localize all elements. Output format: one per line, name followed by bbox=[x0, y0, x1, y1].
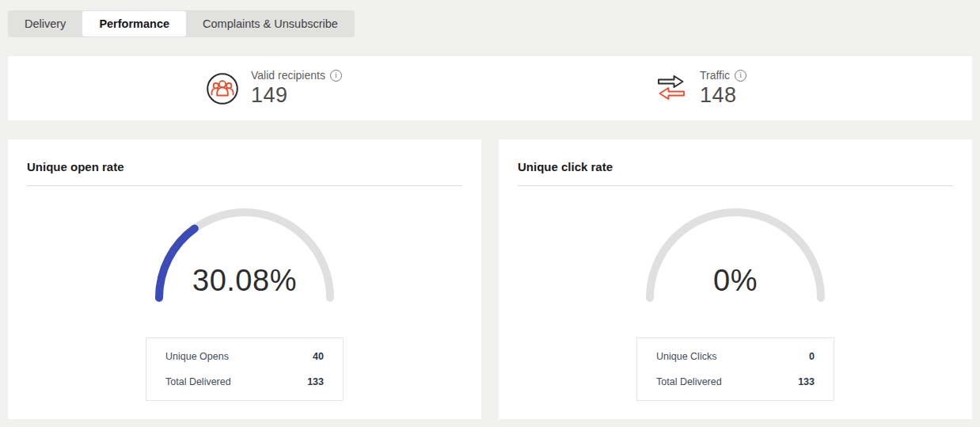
tab-delivery[interactable]: Delivery bbox=[8, 10, 82, 37]
table-row: Unique Clicks 0 bbox=[637, 344, 834, 369]
click-rate-value: 0% bbox=[640, 264, 830, 298]
table-row: Total Delivered 133 bbox=[146, 369, 343, 395]
table-row: Unique Opens 40 bbox=[146, 344, 343, 369]
row-value: 40 bbox=[313, 351, 324, 362]
open-rate-gauge: 30.08% bbox=[150, 203, 340, 303]
traffic-arrows-icon bbox=[655, 73, 687, 105]
info-icon[interactable]: i bbox=[735, 70, 746, 82]
row-label: Total Delivered bbox=[656, 376, 722, 387]
stat-traffic: Traffic i 148 bbox=[490, 56, 972, 120]
card-title: Unique click rate bbox=[518, 160, 953, 185]
info-icon[interactable]: i bbox=[330, 70, 342, 82]
unique-click-rate-card: Unique click rate 0% Unique Clicks 0 Tot… bbox=[499, 139, 972, 419]
valid-recipients-label: Valid recipients bbox=[251, 69, 325, 82]
row-value: 0 bbox=[809, 351, 815, 362]
divider bbox=[27, 185, 462, 186]
people-group-icon bbox=[207, 73, 238, 105]
valid-recipients-value: 149 bbox=[251, 83, 342, 108]
open-rate-value: 30.08% bbox=[150, 264, 340, 298]
cards-row: Unique open rate 30.08% Unique Opens 40 … bbox=[8, 139, 972, 419]
click-rate-gauge: 0% bbox=[640, 203, 830, 303]
table-row: Total Delivered 133 bbox=[637, 369, 834, 395]
row-value: 133 bbox=[798, 376, 815, 387]
tab-complaints-unsubscribe[interactable]: Complaints & Unsubscribe bbox=[186, 10, 355, 37]
row-label: Unique Opens bbox=[165, 351, 229, 362]
stat-valid-recipients: Valid recipients i 149 bbox=[8, 56, 490, 120]
divider bbox=[518, 185, 953, 186]
click-rate-table: Unique Clicks 0 Total Delivered 133 bbox=[636, 337, 834, 401]
open-rate-table: Unique Opens 40 Total Delivered 133 bbox=[146, 337, 344, 401]
traffic-label: Traffic bbox=[700, 69, 730, 82]
row-value: 133 bbox=[307, 376, 324, 387]
row-label: Unique Clicks bbox=[656, 351, 716, 362]
row-label: Total Delivered bbox=[165, 376, 231, 387]
traffic-value: 148 bbox=[700, 83, 746, 108]
tab-bar: Delivery Performance Complaints & Unsubs… bbox=[8, 10, 355, 37]
card-title: Unique open rate bbox=[27, 160, 462, 185]
tab-performance[interactable]: Performance bbox=[82, 11, 186, 36]
stats-bar: Valid recipients i 149 Traffic i 148 bbox=[8, 56, 972, 120]
unique-open-rate-card: Unique open rate 30.08% Unique Opens 40 … bbox=[8, 139, 481, 419]
